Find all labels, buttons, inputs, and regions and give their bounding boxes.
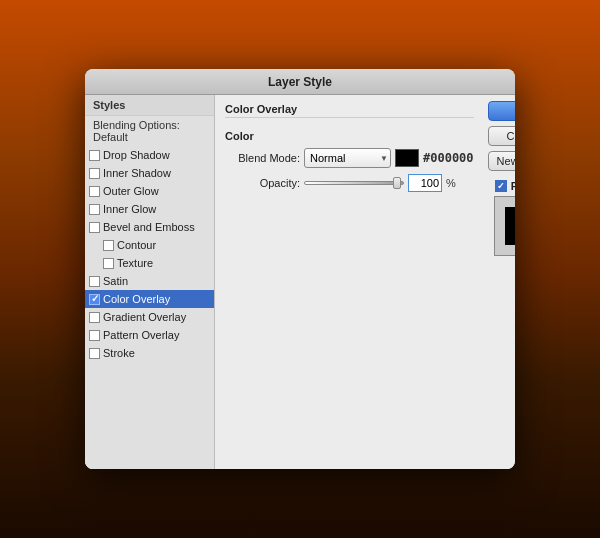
- blend-mode-select[interactable]: NormalDissolveMultiplyScreenOverlayDarke…: [304, 148, 391, 168]
- checkbox-inner-shadow[interactable]: [89, 168, 100, 179]
- blend-mode-dropdown-wrapper: NormalDissolveMultiplyScreenOverlayDarke…: [304, 148, 391, 168]
- preview-section: ✓ Preview: [488, 180, 515, 256]
- sidebar-item-gradient-overlay[interactable]: Gradient Overlay: [85, 308, 214, 326]
- section-title: Color Overlay: [225, 103, 474, 118]
- sidebar-label-bevel-emboss: Bevel and Emboss: [103, 221, 195, 233]
- sidebar-item-inner-glow[interactable]: Inner Glow: [85, 200, 214, 218]
- sidebar-item-pattern-overlay[interactable]: Pattern Overlay: [85, 326, 214, 344]
- main-content: Color Overlay Color Blend Mode: NormalDi…: [215, 95, 484, 469]
- sidebar-title: Styles: [85, 95, 214, 116]
- blend-mode-row: Blend Mode: NormalDissolveMultiplyScreen…: [225, 148, 474, 168]
- opacity-percent: %: [446, 177, 456, 189]
- preview-label: Preview: [511, 180, 515, 192]
- sidebar-item-outer-glow[interactable]: Outer Glow: [85, 182, 214, 200]
- checkbox-contour[interactable]: [103, 240, 114, 251]
- opacity-slider-thumb: [393, 177, 401, 189]
- blend-mode-label: Blend Mode:: [225, 152, 300, 164]
- dialog-titlebar: Layer Style: [85, 69, 515, 95]
- preview-black-square: [505, 207, 515, 245]
- sidebar-label-inner-shadow: Inner Shadow: [103, 167, 171, 179]
- checkbox-gradient-overlay[interactable]: [89, 312, 100, 323]
- sidebar-item-bevel-emboss[interactable]: Bevel and Emboss: [85, 218, 214, 236]
- opacity-row: Opacity: %: [225, 174, 474, 192]
- sidebar-item-satin[interactable]: Satin: [85, 272, 214, 290]
- cancel-button[interactable]: Cancel: [488, 126, 515, 146]
- sidebar-item-color-overlay[interactable]: ✓Color Overlay: [85, 290, 214, 308]
- opacity-slider[interactable]: [304, 181, 404, 185]
- color-swatch[interactable]: [395, 149, 419, 167]
- checkbox-satin[interactable]: [89, 276, 100, 287]
- new-style-button[interactable]: New Style...: [488, 151, 515, 171]
- preview-canvas: [494, 196, 515, 256]
- sidebar-label-color-overlay: Color Overlay: [103, 293, 170, 305]
- layer-style-dialog: Layer Style Styles Blending Options: Def…: [85, 69, 515, 469]
- sidebar-item-drop-shadow[interactable]: Drop Shadow: [85, 146, 214, 164]
- checkbox-color-overlay[interactable]: ✓: [89, 294, 100, 305]
- sidebar-item-contour[interactable]: Contour: [85, 236, 214, 254]
- dialog-title: Layer Style: [268, 75, 332, 89]
- sidebar-item-inner-shadow[interactable]: Inner Shadow: [85, 164, 214, 182]
- sidebar-label-drop-shadow: Drop Shadow: [103, 149, 170, 161]
- checkbox-inner-glow[interactable]: [89, 204, 100, 215]
- sidebar-label-satin: Satin: [103, 275, 128, 287]
- sidebar-label-pattern-overlay: Pattern Overlay: [103, 329, 179, 341]
- checkbox-drop-shadow[interactable]: [89, 150, 100, 161]
- preview-label-row: ✓ Preview: [495, 180, 515, 192]
- sidebar: Styles Blending Options: Default Drop Sh…: [85, 95, 215, 469]
- blending-label: Blending Options: Default: [93, 119, 180, 143]
- preview-check-icon: ✓: [497, 181, 505, 191]
- preview-checkbox[interactable]: ✓: [495, 180, 507, 192]
- check-icon-color-overlay: ✓: [91, 294, 99, 304]
- color-section-title: Color: [225, 130, 474, 142]
- sidebar-label-texture: Texture: [117, 257, 153, 269]
- sidebar-item-stroke[interactable]: Stroke: [85, 344, 214, 362]
- right-buttons: OK Cancel New Style... ✓ Preview: [484, 95, 515, 469]
- ok-button[interactable]: OK: [488, 101, 515, 121]
- sidebar-label-contour: Contour: [117, 239, 156, 251]
- sidebar-item-blending[interactable]: Blending Options: Default: [85, 116, 214, 146]
- color-section: Color Blend Mode: NormalDissolveMultiply…: [225, 130, 474, 198]
- checkbox-outer-glow[interactable]: [89, 186, 100, 197]
- checkbox-bevel-emboss[interactable]: [89, 222, 100, 233]
- opacity-input[interactable]: [408, 174, 442, 192]
- sidebar-item-texture[interactable]: Texture: [85, 254, 214, 272]
- sidebar-label-inner-glow: Inner Glow: [103, 203, 156, 215]
- dialog-body: Styles Blending Options: Default Drop Sh…: [85, 95, 515, 469]
- opacity-label: Opacity:: [225, 177, 300, 189]
- checkbox-pattern-overlay[interactable]: [89, 330, 100, 341]
- sidebar-label-gradient-overlay: Gradient Overlay: [103, 311, 186, 323]
- sidebar-label-stroke: Stroke: [103, 347, 135, 359]
- sidebar-items: Drop ShadowInner ShadowOuter GlowInner G…: [85, 146, 214, 362]
- color-hex-value: #000000: [423, 151, 474, 165]
- checkbox-texture[interactable]: [103, 258, 114, 269]
- sidebar-label-outer-glow: Outer Glow: [103, 185, 159, 197]
- checkbox-stroke[interactable]: [89, 348, 100, 359]
